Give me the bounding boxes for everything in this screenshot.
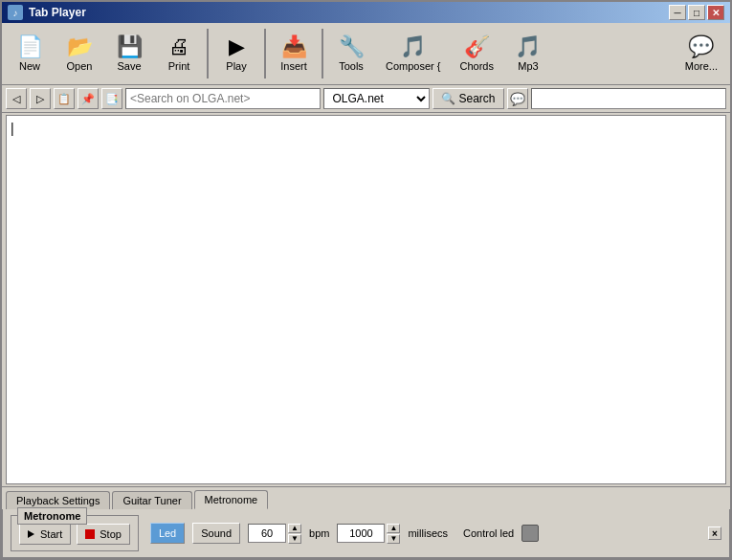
speech-icon: 💬: [510, 92, 525, 106]
insert-icon: 📥: [281, 36, 307, 57]
nav-forward-button[interactable]: ▷: [30, 88, 51, 109]
save-icon: 💾: [117, 36, 143, 57]
metronome-group-label: Metronome: [17, 507, 87, 525]
chords-icon: 🎸: [464, 36, 490, 57]
new-button[interactable]: 📄 New: [6, 25, 54, 82]
search-button[interactable]: 🔍 Search: [433, 88, 503, 109]
ms-arrows: ▲ ▼: [387, 524, 400, 544]
metronome-controls: Start Stop: [19, 524, 130, 545]
mp3-label: Mp3: [518, 60, 538, 72]
minimize-button[interactable]: ─: [669, 5, 686, 20]
comment-input[interactable]: [531, 88, 726, 109]
search-input[interactable]: [125, 88, 321, 109]
ms-control: ▲ ▼: [337, 524, 400, 544]
led-label: Led: [159, 527, 176, 539]
bookmark-button[interactable]: 📌: [78, 88, 99, 109]
start-label: Start: [40, 528, 62, 540]
title-bar: ♪ Tab Player ─ □ ✕: [2, 2, 730, 23]
search-source-dropdown[interactable]: OLGA.net Ultimate Guitar 911Tabs: [323, 88, 430, 109]
open-icon: 📂: [67, 36, 93, 57]
insert-button[interactable]: 📥 Insert: [270, 25, 318, 82]
tools-button[interactable]: 🔧 Tools: [327, 25, 375, 82]
stop-label: Stop: [100, 528, 122, 540]
save-button[interactable]: 💾 Save: [105, 25, 153, 82]
more-button[interactable]: 💬 More...: [677, 25, 726, 82]
print-button[interactable]: 🖨 Print: [155, 25, 203, 82]
sound-label: Sound: [201, 527, 232, 539]
speech-button[interactable]: 💬: [507, 88, 528, 109]
close-panel-button[interactable]: ×: [708, 526, 721, 540]
ms-up-button[interactable]: ▲: [387, 524, 400, 533]
new-icon: 📄: [17, 36, 43, 57]
nav-back-button[interactable]: ◁: [6, 88, 27, 109]
ms-input[interactable]: [337, 524, 385, 543]
led-button[interactable]: Led: [150, 523, 185, 544]
search-label: Search: [458, 92, 495, 105]
tab-tuner[interactable]: Guitar Tuner: [112, 491, 191, 509]
toolbar: 📄 New 📂 Open 💾 Save 🖨 Print ▶ Play 📥 Ins…: [2, 23, 730, 85]
open-button[interactable]: 📂 Open: [55, 25, 103, 82]
ms-down-button[interactable]: ▼: [387, 534, 400, 544]
toolbar-separator-3: [322, 29, 323, 78]
bpm-up-button[interactable]: ▲: [288, 524, 301, 533]
stop-button[interactable]: Stop: [77, 524, 130, 545]
control-led-label: Control led: [463, 527, 514, 539]
play-button[interactable]: ▶ Play: [212, 25, 260, 82]
new-label: New: [19, 60, 40, 72]
stop-square-icon: [85, 529, 95, 539]
search-icon: 🔍: [441, 92, 455, 105]
chords-button[interactable]: 🎸 Chords: [451, 25, 501, 82]
save-label: Save: [117, 60, 141, 72]
play-icon: ▶: [229, 36, 245, 57]
play-label: Play: [226, 60, 246, 72]
bpm-input[interactable]: [248, 524, 286, 543]
text-cursor: |: [11, 122, 14, 135]
doc-button[interactable]: 📑: [101, 88, 122, 109]
print-icon: 🖨: [168, 36, 189, 57]
insert-label: Insert: [280, 60, 307, 72]
tools-label: Tools: [339, 60, 364, 72]
tab-bar: Playback Settings Guitar Tuner Metronome: [2, 487, 730, 509]
window-title: Tab Player: [29, 6, 86, 19]
start-triangle-icon: [28, 530, 34, 538]
chords-label: Chords: [459, 60, 493, 72]
toolbar-separator-1: [207, 29, 209, 78]
metronome-row: Metronome Start Stop Led: [11, 515, 721, 551]
title-buttons: ─ □ ✕: [669, 5, 724, 20]
led-indicator: [521, 525, 539, 542]
title-bar-left: ♪ Tab Player: [8, 5, 86, 20]
more-label: More...: [685, 60, 718, 72]
mp3-button[interactable]: 🎵 Mp3: [504, 25, 552, 82]
more-icon: 💬: [688, 36, 714, 57]
maximize-button[interactable]: □: [688, 5, 705, 20]
bpm-label: bpm: [309, 527, 329, 539]
sound-button[interactable]: Sound: [192, 523, 240, 544]
bpm-down-button[interactable]: ▼: [288, 534, 301, 544]
mp3-icon: 🎵: [515, 36, 541, 57]
print-label: Print: [168, 60, 190, 72]
composer-button[interactable]: 🎵 Composer {: [377, 25, 449, 82]
composer-icon: 🎵: [400, 36, 426, 57]
metronome-group: Metronome Start Stop: [11, 515, 139, 551]
tools-icon: 🔧: [339, 36, 365, 57]
close-button[interactable]: ✕: [707, 5, 724, 20]
search-bar: ◁ ▷ 📋 📌 📑 OLGA.net Ultimate Guitar 911Ta…: [2, 85, 730, 113]
start-button[interactable]: Start: [19, 524, 71, 545]
bottom-panel: Playback Settings Guitar Tuner Metronome…: [2, 486, 730, 558]
bpm-control: ▲ ▼: [248, 524, 301, 544]
app-icon: ♪: [8, 5, 23, 20]
main-window: ♪ Tab Player ─ □ ✕ 📄 New 📂 Open 💾 Save 🖨…: [0, 0, 732, 560]
bpm-arrows: ▲ ▼: [288, 524, 301, 544]
tab-metronome[interactable]: Metronome: [194, 490, 269, 509]
main-content[interactable]: |: [6, 115, 726, 484]
composer-label: Composer {: [386, 60, 440, 72]
toolbar-separator-2: [264, 29, 266, 78]
copy-button[interactable]: 📋: [54, 88, 75, 109]
ms-label: millisecs: [408, 527, 448, 539]
open-label: Open: [67, 60, 93, 72]
panel-content: Metronome Start Stop Led: [2, 509, 730, 558]
